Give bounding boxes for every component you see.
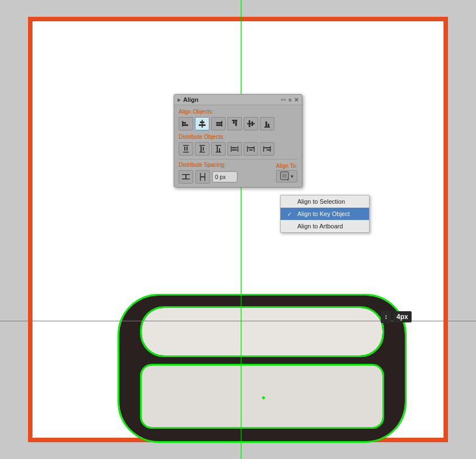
svg-rect-35 [254, 146, 255, 152]
svg-rect-11 [235, 121, 237, 126]
align-center-h-button[interactable] [195, 117, 209, 130]
svg-rect-17 [268, 124, 269, 127]
align-to-icon [279, 171, 290, 182]
svg-rect-5 [199, 124, 206, 126]
distribute-spacing-section: Distribute Spacing: [179, 162, 237, 184]
svg-rect-8 [216, 124, 221, 126]
artboard [28, 17, 448, 442]
panel-title-right: «« ≡ ✕ [281, 97, 298, 103]
px-badge-arrow-icon: ↕ [381, 311, 391, 323]
align-right-button[interactable] [211, 117, 226, 130]
svg-rect-32 [232, 147, 237, 148]
bottom-row: Distribute Spacing: Align To: [179, 162, 297, 184]
align-left-button[interactable] [179, 117, 193, 130]
svg-rect-40 [264, 147, 270, 148]
svg-rect-49 [201, 176, 204, 177]
align-panel: ▶ Align «« ≡ ✕ Align Objects: [174, 94, 302, 188]
svg-rect-9 [232, 120, 237, 121]
svg-rect-10 [233, 121, 235, 124]
svg-rect-34 [247, 146, 248, 152]
dropdown-item-align-key-object[interactable]: ✓ Align to Key Object [281, 208, 369, 220]
svg-rect-20 [184, 147, 185, 151]
svg-rect-29 [219, 148, 220, 152]
align-to-label: Align To: [276, 163, 297, 169]
svg-rect-0 [182, 121, 183, 127]
dist-right-button[interactable] [260, 142, 274, 156]
dist-vcenter-button[interactable] [195, 142, 209, 156]
align-top-button[interactable] [227, 117, 242, 130]
svg-rect-53 [282, 174, 287, 178]
svg-rect-38 [263, 146, 264, 152]
canvas-area [11, 11, 465, 448]
svg-rect-21 [186, 147, 188, 151]
dist-left-button[interactable] [227, 142, 242, 156]
align-bottom-button[interactable] [260, 117, 274, 130]
svg-rect-30 [231, 146, 232, 152]
svg-rect-26 [216, 145, 221, 146]
svg-rect-41 [267, 149, 270, 151]
usb-inner-top-selection [140, 306, 384, 357]
svg-rect-4 [200, 121, 204, 123]
svg-rect-39 [270, 146, 271, 152]
panel-divider [179, 159, 297, 160]
align-center-v-button[interactable] [244, 117, 258, 130]
align-key-object-check: ✓ [287, 211, 294, 217]
svg-rect-13 [249, 120, 250, 127]
svg-rect-19 [183, 152, 189, 153]
svg-rect-27 [216, 152, 221, 153]
dropdown-item-align-artboard[interactable]: Align to Artboard [281, 220, 369, 232]
svg-rect-15 [264, 127, 270, 128]
align-to-dropdown-arrow: ▼ [290, 174, 295, 179]
dist-top-button[interactable] [179, 142, 193, 156]
panel-titlebar[interactable]: ▶ Align «« ≡ ✕ [174, 95, 302, 105]
align-to-dropdown-menu: Align to Selection ✓ Align to Key Object… [280, 195, 370, 233]
svg-rect-3 [202, 120, 203, 128]
align-to-dropdown[interactable]: ▼ [276, 170, 297, 182]
dist-space-h-button[interactable] [195, 170, 210, 184]
dist-hcenter-button[interactable] [244, 142, 258, 156]
svg-rect-22 [199, 145, 205, 146]
panel-title: Align [183, 96, 199, 103]
align-key-object-label: Align to Key Object [297, 210, 350, 217]
align-to-section: Align To: ▼ [276, 163, 297, 182]
svg-rect-44 [185, 175, 186, 179]
panel-double-arrow[interactable]: «« [281, 97, 286, 102]
dist-space-v-button[interactable] [179, 170, 193, 184]
panel-title-left: ▶ Align [178, 96, 199, 103]
dist-bottom-button[interactable] [211, 142, 226, 156]
align-artboard-label: Align to Artboard [297, 223, 343, 230]
align-selection-label: Align to Selection [297, 198, 345, 205]
svg-rect-1 [183, 122, 186, 124]
usb-shape-container [119, 296, 405, 447]
svg-rect-28 [217, 146, 218, 152]
svg-rect-24 [200, 146, 202, 152]
spacing-row [179, 170, 237, 184]
panel-body: Align Objects: [174, 105, 302, 187]
spacing-input[interactable] [212, 171, 237, 182]
svg-rect-14 [251, 121, 253, 126]
svg-rect-7 [216, 122, 221, 124]
svg-rect-33 [232, 149, 237, 151]
svg-rect-18 [183, 145, 189, 146]
distribute-spacing-label: Distribute Spacing: [179, 162, 237, 168]
svg-rect-37 [249, 149, 253, 151]
panel-collapse-icon[interactable]: ▶ [178, 97, 181, 102]
distribute-objects-row [179, 142, 297, 156]
svg-rect-2 [183, 124, 188, 126]
align-objects-label: Align Objects: [179, 109, 297, 115]
panel-menu-icon[interactable]: ≡ [288, 97, 292, 103]
align-objects-row [179, 117, 297, 130]
usb-center-dot [262, 396, 265, 399]
svg-rect-16 [265, 121, 267, 127]
svg-rect-25 [203, 147, 204, 151]
svg-rect-12 [247, 123, 255, 124]
svg-rect-36 [248, 147, 254, 148]
px-badge: ↕ 4px [381, 311, 412, 323]
svg-rect-6 [221, 121, 222, 127]
dropdown-item-align-selection[interactable]: Align to Selection [281, 195, 369, 208]
px-badge-value: 4px [393, 311, 412, 322]
svg-rect-23 [199, 152, 205, 153]
distribute-objects-label: Distribute Objects: [179, 134, 297, 140]
svg-rect-31 [237, 146, 239, 152]
panel-close-button[interactable]: ✕ [294, 97, 298, 103]
